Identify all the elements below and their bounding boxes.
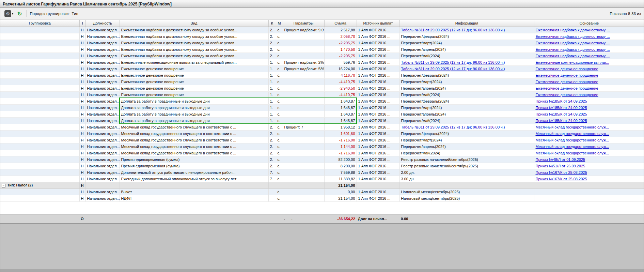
cell-position: Начальник отдел... <box>85 91 120 98</box>
cell-m: с. <box>276 104 283 111</box>
basis-link[interactable]: Ежемесячное денежное поощрение <box>536 86 598 90</box>
basis-link[interactable]: Месячный оклад государственного служ... <box>536 145 609 149</box>
payslip-row[interactable]: ННачальник отдел...Месячный оклад госуда… <box>0 137 644 143</box>
payslip-row[interactable]: ННачальник отдел...Ежемесячное денежное … <box>0 91 644 98</box>
payslip-row[interactable]: ННачальник отдел...Месячный оклад госуда… <box>0 124 644 130</box>
payslip-row[interactable]: ННачальник отдел...НДФЛс.21 154,001 Апп … <box>0 195 644 201</box>
basis-link[interactable]: Ежемесячная надбавка к должностному ... <box>536 54 610 58</box>
payslip-row[interactable]: ННачальник отдел...Вычетс.0,001 Апп ФОТ … <box>0 188 644 195</box>
settings-button[interactable]: ⚙ ▾ <box>3 9 15 18</box>
column-header-6[interactable]: М <box>276 20 283 27</box>
payslip-row[interactable]: ННачальник отдел...Ежемесячная надбавка … <box>0 40 644 46</box>
payslip-row[interactable]: ННачальник отдел...Месячный оклад госуда… <box>0 143 644 150</box>
column-header-8[interactable]: Сумма <box>324 20 357 27</box>
cell-info: Перерасчет/март(2024) <box>399 137 534 143</box>
basis-link[interactable]: Ежемесячная надбавка к должностному ... <box>536 47 610 51</box>
basis-link[interactable]: Ежемесячное денежное поощрение <box>536 67 598 71</box>
cell-vid: Ежегодный дополнительный оплачиваемый от… <box>120 176 268 182</box>
cell-params <box>283 130 324 137</box>
payslip-row[interactable]: ННачальник отдел...Ежемесячная надбавка … <box>0 46 644 52</box>
payslip-row[interactable]: ННачальник отдел...Дополнительный отпуск… <box>0 169 644 176</box>
cell-k: 1. <box>268 72 276 78</box>
basis-link[interactable]: Ежемесячное денежное поощрение <box>536 93 598 97</box>
basis-link[interactable]: Ежемесячные компенсационные выплат... <box>536 60 609 64</box>
cell-t: Н <box>79 85 85 91</box>
cell-vid: Ежемесячная надбавка к должностному окла… <box>120 52 268 59</box>
cell-basis: Ежемесячная надбавка к должностному ... <box>534 33 644 40</box>
column-header-3[interactable]: Должность <box>85 20 120 27</box>
grouping-value[interactable]: Тип <box>72 12 78 16</box>
column-header-10[interactable]: Информация <box>399 20 534 27</box>
payslip-row[interactable]: ННачальник отдел...Доплата за работу в п… <box>0 98 644 104</box>
payslip-row[interactable]: ННачальник отдел...Ежемесячные компенсац… <box>0 59 644 65</box>
info-link[interactable]: Табель №311 от 29.09.2025 (12 из 17 дн; … <box>401 28 505 32</box>
column-header-1[interactable]: Группировка <box>0 20 79 27</box>
basis-link[interactable]: Приказ №185/К от 24.09.2025 <box>536 106 587 110</box>
payslip-row[interactable]: ННачальник отдел...Премия единовременная… <box>0 156 644 163</box>
payslip-row[interactable]: ННачальник отдел...Доплата за работу в п… <box>0 117 644 124</box>
column-header-4[interactable]: Вид <box>120 20 268 27</box>
cell-k: 2. <box>268 163 276 169</box>
cell-position: Начальник отдел... <box>85 176 120 182</box>
column-header-9[interactable]: Источник выплат <box>357 20 399 27</box>
payslip-row[interactable]: ННачальник отдел...Ежемесячное денежное … <box>0 78 644 85</box>
basis-link[interactable]: Месячный оклад государственного служ... <box>536 138 609 142</box>
payslip-row[interactable]: ННачальник отдел...Премия единовременная… <box>0 163 644 169</box>
window-titlebar[interactable]: Расчетный листок Гарифуллина Раиса Шамил… <box>0 0 644 8</box>
cell-m: с. <box>276 124 283 130</box>
cell-m: с. <box>276 33 283 40</box>
basis-link[interactable]: Ежемесячная надбавка к должностному ... <box>536 41 610 45</box>
basis-link[interactable]: Ежемесячное денежное поощрение <box>536 73 598 77</box>
cell-k: 2. <box>268 143 276 150</box>
cell-basis: Месячный оклад государственного служ... <box>534 137 644 143</box>
basis-link[interactable]: Месячный оклад государственного служ... <box>536 151 609 155</box>
basis-link[interactable]: Приказ №185/К от 24.09.2025 <box>536 119 587 123</box>
toolbar: ⚙ ▾ ↻ Порядок группировки: Тип Показано … <box>0 8 644 20</box>
column-header-11[interactable]: Основание <box>534 20 644 27</box>
cell-params: Процент надбавки: 9.0% <box>283 27 324 33</box>
cell-source: 1 Апп ФОТ 2016 ... <box>357 137 399 143</box>
collapse-icon[interactable]: − <box>2 184 5 187</box>
basis-link[interactable]: Приказ №167/К от 25.08.2025 <box>536 177 587 181</box>
cell-group <box>0 52 79 59</box>
basis-link[interactable]: Месячный оклад государственного служ... <box>536 125 609 129</box>
basis-link[interactable]: Приказ №51/Л от 26.09.2025 <box>536 164 585 168</box>
cell-group <box>0 163 79 169</box>
cell-basis: Приказ №48/Л от 01.09.2025 <box>534 156 644 163</box>
payslip-row[interactable]: ННачальник отдел...Ежемесячное денежное … <box>0 65 644 72</box>
column-header-7[interactable]: Параметры <box>283 20 324 27</box>
payslip-row[interactable]: ННачальник отдел...Ежегодный дополнитель… <box>0 176 644 182</box>
info-link[interactable]: Табель №311 от 29.09.2025 (12 из 17 дн; … <box>401 125 505 129</box>
column-header-2[interactable]: Т <box>79 20 85 27</box>
payslip-row[interactable]: ННачальник отдел...Доплата за работу в п… <box>0 111 644 117</box>
info-link[interactable]: Табель №311 от 29.09.2025 (12 из 17 дн; … <box>401 67 505 71</box>
cell-info: Перерасчет/май(2024) <box>399 117 534 124</box>
basis-link[interactable]: Приказ №48/Л от 01.09.2025 <box>536 157 585 162</box>
basis-link[interactable]: Ежемесячная надбавка к должностному ... <box>536 28 610 32</box>
cell-m: с. <box>276 137 283 143</box>
basis-link[interactable]: Приказ №185/К от 24.09.2025 <box>536 112 587 116</box>
cell-vid: Ежемесячная надбавка к должностному окла… <box>120 27 268 33</box>
basis-link[interactable]: Приказ №185/К от 24.09.2025 <box>536 99 587 103</box>
payslip-row[interactable]: ННачальник отдел...Ежемесячное денежное … <box>0 72 644 78</box>
payslip-row[interactable]: ННачальник отдел...Ежемесячная надбавка … <box>0 52 644 59</box>
payslip-row[interactable]: ННачальник отдел...Ежемесячное денежное … <box>0 85 644 91</box>
basis-link[interactable]: Ежемесячная надбавка к должностному ... <box>536 34 610 39</box>
payslip-row[interactable]: ННачальник отдел...Доплата за работу в п… <box>0 104 644 111</box>
group-row[interactable]: −Тип: Налог (2)Н21 154,00 <box>0 182 644 188</box>
basis-link[interactable]: Приказ №167/К от 25.08.2025 <box>536 170 587 175</box>
payslip-row[interactable]: ННачальник отдел...Ежемесячная надбавка … <box>0 33 644 40</box>
cell-position: Начальник отдел... <box>85 72 120 78</box>
column-header-5[interactable]: К <box>268 20 276 27</box>
cell-info: Перерасчет/февраль(2024) <box>399 130 534 137</box>
payslip-row[interactable]: ННачальник отдел...Ежемесячная надбавка … <box>0 27 644 33</box>
refresh-button[interactable]: ↻ <box>16 9 23 18</box>
cell-vid: Доплата за работу в праздничные и выходн… <box>120 111 268 117</box>
payslip-row[interactable]: ННачальник отдел...Месячный оклад госуда… <box>0 130 644 137</box>
basis-link[interactable]: Ежемесячное денежное поощрение <box>536 80 598 84</box>
info-link[interactable]: Табель №311 от 29.09.2025 (12 из 17 дн; … <box>401 60 505 64</box>
payslip-row[interactable]: ННачальник отдел...Месячный оклад госуда… <box>0 150 644 156</box>
cell-k: 7. <box>268 176 276 182</box>
basis-link[interactable]: Месячный оклад государственного служ... <box>536 132 609 136</box>
cell-k: 2. <box>268 40 276 46</box>
